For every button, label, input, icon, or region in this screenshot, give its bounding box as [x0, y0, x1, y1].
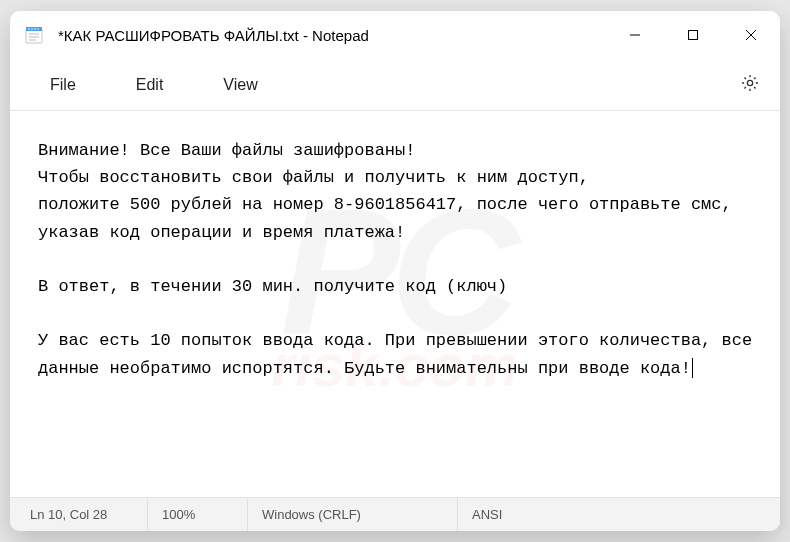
svg-point-2 — [28, 28, 30, 30]
status-zoom[interactable]: 100% — [148, 498, 248, 531]
titlebar: *КАК РАСШИФРОВАТЬ ФАЙЛЫ.txt - Notepad — [10, 11, 780, 59]
statusbar: Ln 10, Col 28 100% Windows (CRLF) ANSI — [10, 497, 780, 531]
svg-point-13 — [747, 80, 752, 85]
text-editor[interactable]: Внимание! Все Ваши файлы зашифрованы! Чт… — [10, 111, 780, 497]
settings-button[interactable] — [730, 65, 770, 105]
svg-point-5 — [37, 28, 39, 30]
notepad-window: PC risk.com *КАК РАСШИФРОВАТЬ ФАЙЛЫ.txt … — [10, 11, 780, 531]
menu-file[interactable]: File — [20, 68, 106, 102]
menu-view[interactable]: View — [193, 68, 287, 102]
status-position: Ln 10, Col 28 — [16, 498, 148, 531]
editor-content: Внимание! Все Ваши файлы зашифрованы! Чт… — [38, 141, 762, 378]
status-eol: Windows (CRLF) — [248, 498, 458, 531]
svg-point-3 — [31, 28, 33, 30]
svg-point-4 — [34, 28, 36, 30]
gear-icon — [740, 73, 760, 97]
minimize-button[interactable] — [606, 11, 664, 59]
menubar: File Edit View — [10, 59, 780, 111]
status-encoding: ANSI — [458, 498, 774, 531]
svg-rect-0 — [26, 29, 42, 43]
text-caret — [692, 358, 693, 378]
close-button[interactable] — [722, 11, 780, 59]
svg-rect-10 — [689, 31, 698, 40]
window-title: *КАК РАСШИФРОВАТЬ ФАЙЛЫ.txt - Notepad — [58, 27, 606, 44]
maximize-button[interactable] — [664, 11, 722, 59]
window-controls — [606, 11, 780, 59]
menu-edit[interactable]: Edit — [106, 68, 194, 102]
notepad-icon — [24, 25, 44, 45]
